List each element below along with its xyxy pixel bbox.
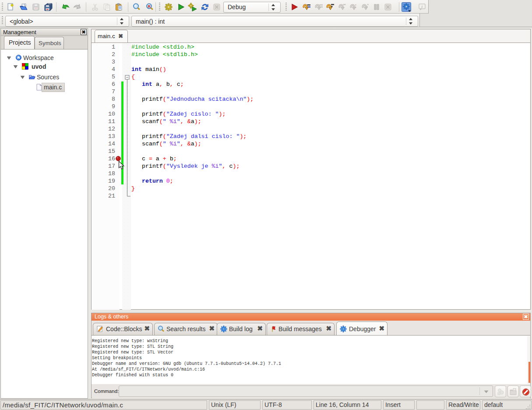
- svg-text:R: R: [148, 4, 151, 9]
